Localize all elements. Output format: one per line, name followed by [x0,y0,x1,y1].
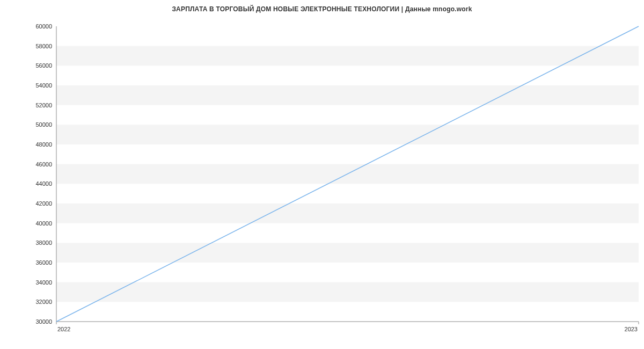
svg-text:50000: 50000 [35,121,52,128]
svg-text:30000: 30000 [35,318,52,325]
svg-text:44000: 44000 [35,180,52,187]
svg-text:56000: 56000 [35,62,52,69]
svg-text:32000: 32000 [35,299,52,305]
svg-text:34000: 34000 [35,279,52,286]
svg-text:2022: 2022 [57,326,70,332]
svg-text:38000: 38000 [35,239,52,246]
svg-text:2023: 2023 [625,326,638,332]
chart-title: ЗАРПЛАТА В ТОРГОВЫЙ ДОМ НОВЫЕ ЭЛЕКТРОННЫ… [0,0,644,13]
svg-rect-1 [56,243,639,263]
svg-text:48000: 48000 [35,141,52,148]
svg-rect-6 [56,46,639,66]
svg-text:58000: 58000 [35,43,52,49]
svg-text:46000: 46000 [35,161,52,168]
chart-plot-area: 3000032000340003600038000400004200044000… [0,13,644,346]
svg-text:60000: 60000 [35,23,52,30]
svg-text:42000: 42000 [35,200,52,207]
svg-text:54000: 54000 [35,82,52,89]
svg-rect-0 [56,282,639,302]
svg-rect-2 [56,203,639,223]
salary-chart: ЗАРПЛАТА В ТОРГОВЫЙ ДОМ НОВЫЕ ЭЛЕКТРОННЫ… [0,0,644,349]
svg-rect-4 [56,125,639,144]
svg-text:36000: 36000 [35,259,52,266]
svg-rect-5 [56,85,639,105]
svg-text:40000: 40000 [35,220,52,227]
svg-text:52000: 52000 [35,102,52,108]
